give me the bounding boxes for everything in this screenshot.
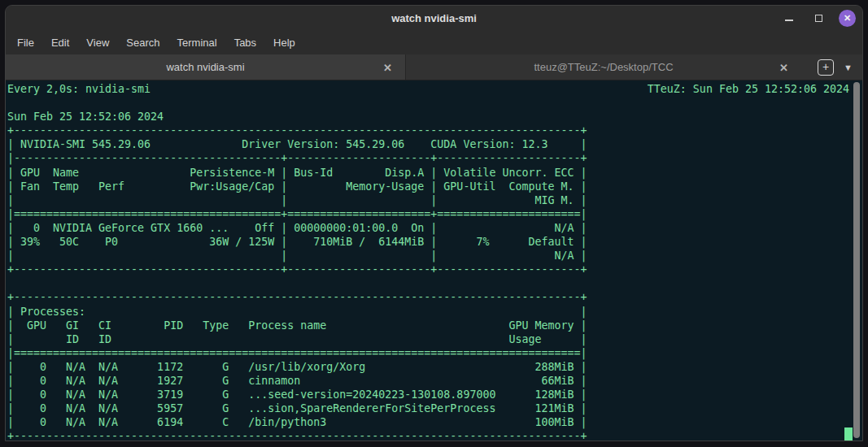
menubar: File Edit View Search Terminal Tabs Help [6, 30, 862, 54]
titlebar: watch nvidia-smi ✕ [6, 6, 862, 30]
chevron-down-icon: ▼ [844, 63, 853, 72]
maximize-button[interactable] [809, 9, 827, 27]
minimize-icon [785, 20, 793, 21]
close-button[interactable]: ✕ [839, 10, 856, 27]
tab-tteuz-desktop-tcc[interactable]: tteuz@TTeuZ:~/Desktop/TCC ✕ [406, 54, 801, 80]
terminal-scrollbar[interactable] [851, 80, 862, 441]
scrollbar-thumb[interactable] [853, 82, 860, 438]
terminal-screen[interactable]: Every 2,0s: nvidia-smi TTeuZ: Sun Feb 25… [6, 80, 862, 441]
menu-item-terminal[interactable]: Terminal [177, 37, 217, 49]
watch-header: Every 2,0s: nvidia-smi TTeuZ: Sun Feb 25… [7, 82, 862, 96]
new-tab-button[interactable]: + [818, 59, 834, 76]
terminal-window: watch nvidia-smi ✕ File Edit View Search… [5, 5, 863, 441]
tabbar: watch nvidia-smi ✕ tteuz@TTeuZ:~/Desktop… [6, 54, 862, 80]
menu-item-tabs[interactable]: Tabs [234, 37, 256, 49]
tab-close-icon[interactable]: ✕ [383, 61, 392, 73]
nvidia-smi-output: Sun Feb 25 12:52:06 2024 +--------------… [7, 96, 862, 441]
tab-list-dropdown-button[interactable]: ▼ [844, 63, 853, 72]
menu-item-view[interactable]: View [86, 37, 109, 49]
tab-close-icon[interactable]: ✕ [779, 61, 788, 73]
menu-item-search[interactable]: Search [126, 37, 159, 49]
tab-watch-nvidia-smi[interactable]: watch nvidia-smi ✕ [6, 54, 406, 80]
menu-item-help[interactable]: Help [273, 37, 295, 49]
maximize-icon [815, 15, 822, 22]
tab-label: tteuz@TTeuZ:~/Desktop/TCC [534, 61, 673, 73]
tab-actions: + ▼ [801, 54, 862, 80]
watch-host-time-text: TTeuZ: Sun Feb 25 12:52:06 2024 [648, 82, 849, 96]
window-title: watch nvidia-smi [391, 12, 477, 24]
minimize-button[interactable] [780, 9, 798, 27]
plus-icon: + [822, 61, 829, 72]
menu-item-file[interactable]: File [17, 37, 34, 49]
close-icon: ✕ [844, 13, 851, 24]
menu-item-edit[interactable]: Edit [51, 37, 69, 49]
tab-label: watch nvidia-smi [166, 61, 244, 73]
window-controls: ✕ [780, 6, 856, 30]
watch-interval-text: Every 2,0s: nvidia-smi [7, 82, 150, 96]
